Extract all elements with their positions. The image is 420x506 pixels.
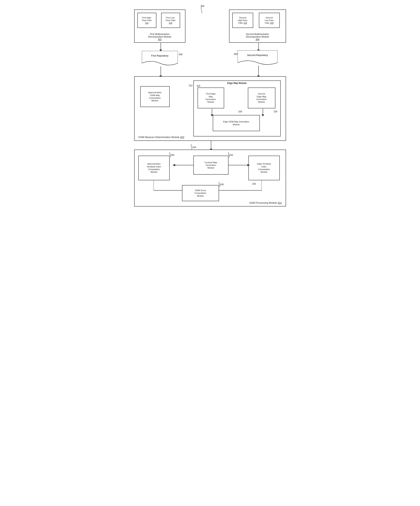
arrow-contrast-to-edge	[228, 163, 250, 167]
first-multiresolution-label: First MultiresolutionDecomposition Modul…	[134, 33, 185, 41]
first-lpf-ref: 316	[169, 22, 172, 24]
first-multiresolution-box: First High-Pass Filter314 First Low-Pass…	[134, 9, 186, 43]
ref-324-curve	[190, 144, 193, 150]
edge-ssim-label: Edge SSIM Map GenerationModule	[223, 120, 249, 126]
ssim-score-label: SSIM ScoreComputationModule	[194, 189, 206, 197]
arrow-ssim-measure-to-processing	[210, 141, 212, 151]
edge-map-module-box: Edge Map Module First EdgeMapGenerationM…	[193, 80, 281, 136]
first-lpf-label: First Low-Pass Filter316	[166, 17, 176, 24]
second-multiresolution-label: Second MultiresolutionDecomposition Modu…	[229, 33, 286, 41]
second-edge-box: SecondEdge MapGenerationModule	[248, 87, 275, 108]
ref-325: 325	[197, 85, 200, 87]
contrast-map-box: Contrast MapGenerationModule	[193, 156, 228, 175]
edge-similarity-box: Edge SimilarityIndexComputationModule	[248, 156, 280, 180]
ref-326: 326	[273, 110, 277, 113]
second-repository-svg: Second Repository	[238, 50, 277, 67]
arrow-second-repo-to-ssim	[257, 66, 260, 77]
second-multiresolution-box: SecondHigh-PassFilter 318 SecondLow-Pass…	[229, 9, 286, 43]
ref-300-connector	[200, 7, 203, 12]
ref-308: 308	[234, 53, 238, 55]
second-edge-label: SecondEdge MapGenerationModule	[256, 93, 267, 103]
second-hpf-box: SecondHigh-PassFilter 318	[232, 13, 253, 28]
approx-ssim-box: ApproximationSSIM MapComputationModule	[140, 86, 170, 107]
contrast-map-label: Contrast MapGenerationModule	[205, 161, 217, 169]
main-diagram: 300 First High-Pass Filter314 First Low-…	[128, 4, 292, 213]
approx-similarity-box: ApproximationSimilarity IndexComputation…	[138, 156, 170, 180]
arrow-first-repo-to-ssim	[160, 67, 162, 77]
first-lpf-box: First Low-Pass Filter316	[161, 13, 180, 28]
approx-ssim-label: ApproximationSSIM MapComputationModule	[148, 91, 161, 102]
second-hpf-ref: 318	[244, 22, 247, 24]
ssim-processing-box: ApproximationSimilarity IndexComputation…	[134, 150, 286, 206]
ssim-measure-ref: 310	[180, 136, 184, 139]
first-edge-label: First EdgeMapGenerationModule	[206, 93, 216, 103]
svg-text:Second Repository: Second Repository	[247, 54, 268, 57]
first-hpf-label: First High-Pass Filter314	[142, 17, 152, 24]
svg-text:First Repository: First Repository	[151, 54, 168, 57]
ref-300: 300	[201, 5, 204, 7]
ssim-score-box: SSIM ScoreComputationModule	[182, 185, 219, 201]
arrow-contrast-to-approx	[173, 163, 194, 167]
ref-328: 328	[238, 110, 242, 113]
first-edge-box: First EdgeMapGenerationModule	[198, 87, 224, 108]
ssim-measure-label: SSIM Measure Determination Module 310	[138, 136, 184, 139]
ssim-processing-label: SSIM Processing Module 312	[249, 201, 282, 204]
edge-ssim-box: Edge SSIM Map GenerationModule	[213, 115, 260, 131]
second-multiresolution-ref: 304	[255, 38, 259, 41]
first-repository-svg: First Repository	[142, 51, 178, 68]
svg-marker-3	[173, 164, 175, 166]
ref-322: 322	[189, 84, 193, 87]
edge-map-module-label: Edge Map Module	[194, 82, 280, 85]
ref-306: 306	[179, 53, 183, 56]
second-lpf-label: SecondLow-PassFilter 320	[265, 17, 274, 24]
approx-similarity-label: ApproximationSimilarity IndexComputation…	[147, 163, 161, 173]
edge-similarity-label: Edge SimilarityIndexComputationModule	[257, 163, 271, 173]
first-hpf-ref: 314	[145, 22, 148, 24]
second-lpf-box: SecondLow-PassFilter 320	[259, 13, 280, 28]
second-lpf-ref: 320	[270, 22, 273, 24]
ref-336-curve	[218, 182, 221, 187]
second-hpf-label: SecondHigh-PassFilter 318	[238, 17, 247, 24]
ssim-processing-ref: 312	[278, 201, 282, 204]
ssim-measure-box: ApproximationSSIM MapComputationModule 3…	[134, 76, 286, 141]
svg-marker-5	[247, 164, 250, 166]
first-hpf-box: First High-Pass Filter314	[137, 13, 156, 28]
first-multiresolution-ref: 302	[158, 38, 161, 41]
ref-330-curve	[168, 152, 172, 158]
ref-332-curve	[227, 152, 231, 158]
arrow-first-multi-to-repo	[160, 43, 162, 51]
arrow-second-edge-down	[261, 109, 264, 116]
